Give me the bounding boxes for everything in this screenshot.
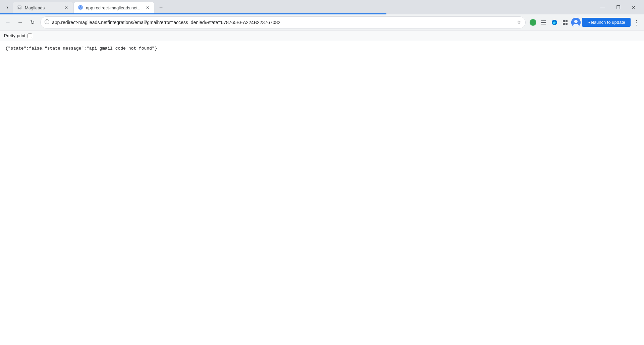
pretty-print-bar: Pretty-print bbox=[0, 30, 644, 41]
tab-list-dropdown[interactable]: ▾ bbox=[3, 3, 12, 12]
bookmark-star-icon[interactable]: ☆ bbox=[517, 19, 521, 25]
ext-green-dot-icon[interactable] bbox=[528, 18, 538, 27]
minimize-button[interactable]: — bbox=[595, 3, 610, 12]
tab-magileads[interactable]: M Magileads ✕ bbox=[13, 2, 73, 13]
toolbar: ← → ↻ ☆ bbox=[0, 14, 644, 30]
ext-bookmarks-icon[interactable] bbox=[539, 18, 548, 27]
tab-favicon-redirect bbox=[78, 5, 83, 10]
tab-close-magileads[interactable]: ✕ bbox=[64, 5, 69, 10]
pretty-print-checkbox[interactable] bbox=[28, 33, 32, 38]
relaunch-button[interactable]: Relaunch to update bbox=[582, 18, 631, 27]
svg-rect-12 bbox=[566, 20, 568, 22]
page-content: Pretty-print {"state":false,"state_messa… bbox=[0, 30, 644, 345]
close-button[interactable]: ✕ bbox=[626, 3, 641, 12]
ext-edge-icon[interactable] bbox=[550, 18, 559, 27]
svg-rect-8 bbox=[541, 22, 546, 23]
back-button[interactable]: ← bbox=[3, 17, 13, 28]
tab-favicon-magileads: M bbox=[17, 5, 22, 10]
profile-avatar[interactable] bbox=[571, 18, 581, 27]
pretty-print-label: Pretty-print bbox=[4, 33, 25, 38]
svg-rect-11 bbox=[563, 20, 565, 22]
new-tab-button[interactable]: + bbox=[156, 3, 166, 12]
json-content: {"state":false,"state_message":"api_gmai… bbox=[0, 41, 644, 56]
toolbar-extensions bbox=[528, 18, 581, 27]
svg-rect-13 bbox=[563, 23, 565, 25]
tab-title-magileads: Magileads bbox=[25, 5, 61, 10]
security-icon bbox=[45, 19, 49, 25]
tab-title-redirect: app.redirect-magileads.net/inte bbox=[86, 5, 142, 10]
ext-puzzle-icon[interactable] bbox=[560, 18, 570, 27]
tab-bar: ▾ M Magileads ✕ a bbox=[0, 0, 644, 13]
svg-rect-7 bbox=[541, 20, 546, 21]
svg-text:M: M bbox=[18, 6, 21, 9]
window-controls: — ❐ ✕ bbox=[595, 3, 641, 12]
svg-rect-14 bbox=[566, 23, 568, 25]
maximize-button[interactable]: ❐ bbox=[610, 3, 626, 12]
forward-button[interactable]: → bbox=[15, 17, 25, 28]
address-input[interactable] bbox=[52, 20, 514, 25]
reload-button[interactable]: ↻ bbox=[27, 17, 38, 28]
more-options-button[interactable]: ⋮ bbox=[632, 18, 641, 27]
tab-close-redirect[interactable]: ✕ bbox=[145, 5, 150, 10]
loading-progress bbox=[0, 13, 386, 14]
svg-rect-9 bbox=[541, 24, 546, 24]
page-loading-bar bbox=[0, 13, 644, 14]
browser-window: ▾ M Magileads ✕ a bbox=[0, 0, 644, 345]
svg-point-16 bbox=[574, 20, 578, 23]
tab-redirect[interactable]: app.redirect-magileads.net/inte ✕ bbox=[74, 2, 154, 13]
address-bar-container[interactable]: ☆ bbox=[40, 16, 526, 28]
